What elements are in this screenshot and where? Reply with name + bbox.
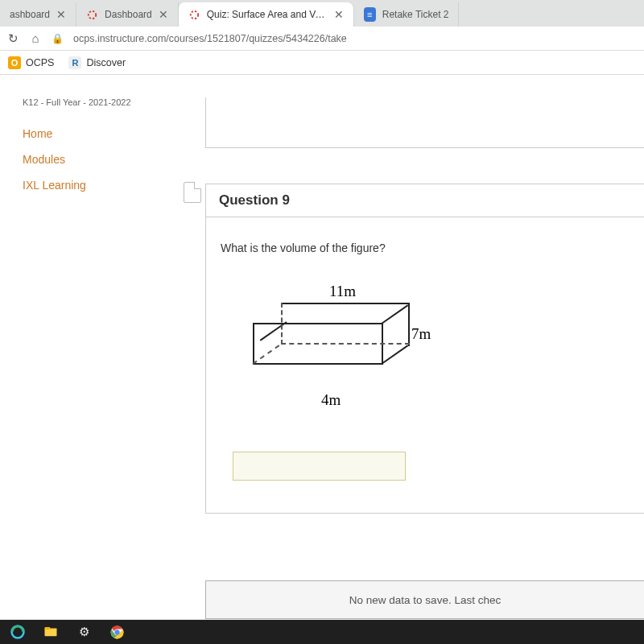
doc-icon: ≡ <box>364 9 376 21</box>
bookmarks-bar: O OCPS R Discover <box>0 51 644 75</box>
sidebar-item-modules[interactable]: Modules <box>23 153 181 166</box>
sidebar-item-ixl[interactable]: IXL Learning <box>23 179 181 192</box>
canvas-icon <box>86 9 98 21</box>
svg-rect-4 <box>45 627 51 630</box>
close-icon[interactable]: ✕ <box>56 8 66 21</box>
settings-icon[interactable]: ⚙ <box>76 624 92 640</box>
home-icon[interactable]: ⌂ <box>29 31 42 45</box>
svg-point-0 <box>89 10 96 18</box>
lock-icon[interactable]: 🔒 <box>52 33 64 44</box>
sidebar-item-home[interactable]: Home <box>23 127 181 140</box>
bookmark-label: Discover <box>86 57 126 68</box>
rectangular-prism-figure: 11m 7m 4m <box>233 279 442 423</box>
url-text[interactable]: ocps.instructure.com/courses/1521807/qui… <box>73 33 347 44</box>
discover-icon: R <box>68 56 81 69</box>
page-content: K12 - Full Year - 2021-2022 Home Modules… <box>0 75 644 619</box>
browser-tab-1[interactable]: Dashboard ✕ <box>76 2 179 27</box>
tab-title: Retake Ticket 2 <box>382 9 449 20</box>
svg-point-1 <box>191 10 198 18</box>
save-status-text: No new data to save. Last chec <box>349 594 501 606</box>
ocps-icon: O <box>8 56 21 69</box>
question-number-label: Question 9 <box>219 192 631 208</box>
answer-input[interactable] <box>233 452 406 481</box>
reload-icon[interactable]: ↻ <box>6 31 19 46</box>
question-prompt: What is the volume of the figure? <box>221 242 630 254</box>
question-header: Question 9 <box>206 184 644 217</box>
bookmark-ocps[interactable]: O OCPS <box>8 56 54 69</box>
question-body: What is the volume of the figure? 11m 7m… <box>206 217 644 513</box>
address-bar-row: ↻ ⌂ 🔒 ocps.instructure.com/courses/15218… <box>0 27 644 51</box>
course-sidebar: K12 - Full Year - 2021-2022 Home Modules… <box>0 75 181 619</box>
browser-tab-0[interactable]: ashboard ✕ <box>0 2 76 27</box>
close-icon[interactable]: ✕ <box>334 8 344 21</box>
quiz-content: Question 9 What is the volume of the fig… <box>181 75 644 619</box>
tab-title: ashboard <box>10 9 50 20</box>
browser-tab-3[interactable]: ≡ Retake Ticket 2 <box>354 2 460 27</box>
bookmark-label: OCPS <box>26 57 54 68</box>
close-icon[interactable]: ✕ <box>159 8 168 21</box>
svg-point-6 <box>114 630 119 634</box>
question-card: Question 9 What is the volume of the fig… <box>205 184 644 514</box>
dimension-label-top: 11m <box>329 283 356 300</box>
windows-taskbar: ⚙ <box>0 620 644 644</box>
dimension-label-right: 7m <box>411 325 431 343</box>
canvas-icon <box>188 9 200 21</box>
course-year-label: K12 - Full Year - 2021-2022 <box>23 97 181 107</box>
tab-strip: ashboard ✕ Dashboard ✕ Quiz: Surface Are… <box>0 0 644 27</box>
save-status-bar: No new data to save. Last chec <box>205 580 644 619</box>
edge-icon[interactable] <box>10 624 26 640</box>
tab-title: Dashboard <box>105 9 152 20</box>
previous-question-card <box>205 97 644 148</box>
chrome-icon[interactable] <box>109 624 125 640</box>
browser-tab-2[interactable]: Quiz: Surface Area and Volume R ✕ <box>179 2 354 27</box>
sidebar-nav: Home Modules IXL Learning <box>23 127 181 192</box>
flag-question-icon[interactable] <box>184 182 201 203</box>
tab-title: Quiz: Surface Area and Volume R <box>207 9 328 20</box>
dimension-label-bottom: 4m <box>321 391 341 409</box>
bookmark-discover[interactable]: R Discover <box>68 56 126 69</box>
file-explorer-icon[interactable] <box>43 624 59 640</box>
